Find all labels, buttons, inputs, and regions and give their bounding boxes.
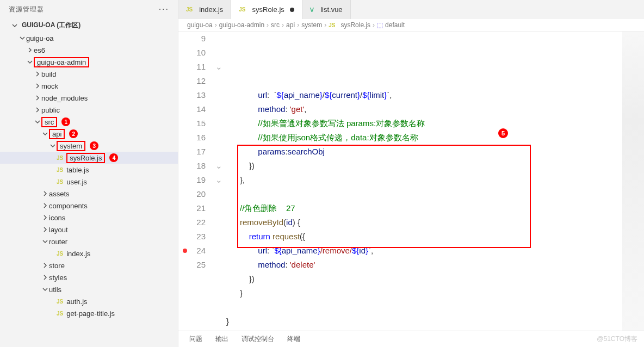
modified-icon: [290, 8, 294, 12]
breadcrumb-segment[interactable]: sysRole.js: [340, 21, 370, 29]
code-line[interactable]: }: [226, 286, 622, 300]
chevron-icon: [34, 107, 41, 113]
code-line[interactable]: [226, 300, 622, 314]
code-line[interactable]: //如果使用json格式传递，data:对象参数名称: [226, 131, 622, 145]
tree-item-guigu-oa-admin[interactable]: guigu-oa-admin: [0, 56, 178, 68]
tree-item-system[interactable]: system3: [0, 140, 178, 152]
chevron-icon: [41, 215, 49, 220]
minimap[interactable]: [622, 32, 644, 331]
bottom-panel: 问题输出调试控制台终端: [178, 331, 644, 347]
tree-item-auth-js[interactable]: JSauth.js: [0, 295, 178, 307]
code-line[interactable]: }): [226, 272, 622, 286]
tree-item-utils[interactable]: utils: [0, 283, 178, 295]
more-icon[interactable]: ···: [159, 4, 169, 14]
tree-item-store[interactable]: store: [0, 259, 178, 271]
chevron-icon: [41, 287, 49, 292]
panel-tab[interactable]: 调试控制台: [242, 334, 274, 344]
tree-item-mock[interactable]: mock: [0, 80, 178, 92]
main-area: JSindex.jsJSsysRole.jsVlist.vue guigu-oa…: [178, 0, 644, 347]
js-icon: JS: [57, 155, 63, 161]
panel-tab[interactable]: 输出: [215, 334, 228, 344]
chevron-icon: [41, 239, 49, 244]
tab-index-js[interactable]: JSindex.js: [178, 0, 231, 19]
code-line[interactable]: //如果普通对象参数写法 params:对象参数名称: [226, 116, 622, 131]
fold-icon[interactable]: ⌄: [215, 175, 222, 184]
tree-item-public[interactable]: public: [0, 104, 178, 116]
tree-item-sysRole-js[interactable]: JSsysRole.js4: [0, 152, 178, 164]
tab-list-vue[interactable]: Vlist.vue: [302, 0, 351, 19]
chevron-icon: [41, 191, 49, 196]
breadcrumb-segment[interactable]: src: [271, 21, 280, 29]
tree-item-src[interactable]: src1: [0, 116, 178, 128]
chevron-icon: [34, 119, 41, 125]
fold-icon[interactable]: ⌄: [215, 62, 222, 71]
chevron-icon: [41, 227, 49, 232]
chevron-icon: [34, 95, 41, 101]
annotation-badge: 3: [90, 141, 98, 150]
fold-column: ⌄⌄⌄: [215, 32, 226, 331]
symbol-icon: ⬚: [377, 21, 383, 29]
js-icon: JS: [186, 7, 193, 13]
tree-item-api[interactable]: api2: [0, 128, 178, 140]
annotation-badge: 4: [109, 153, 118, 162]
breadcrumb-segment[interactable]: guigu-oa: [187, 21, 213, 29]
line-gutter: 910111213141516171819202122232425: [178, 32, 215, 331]
vue-icon: V: [310, 7, 314, 13]
panel-tab[interactable]: 终端: [287, 334, 300, 344]
tree-item-styles[interactable]: styles: [0, 271, 178, 283]
chevron-icon: [41, 275, 49, 280]
breadcrumb-segment[interactable]: api: [286, 21, 295, 29]
chevron-icon: [26, 59, 34, 65]
breadcrumb-segment[interactable]: guigu-oa-admin: [219, 21, 264, 29]
annotation-badge-5: 5: [498, 128, 508, 138]
panel-tab[interactable]: 问题: [189, 334, 202, 344]
chevron-icon: [18, 35, 26, 41]
annotation-badge: 2: [69, 129, 78, 138]
js-icon: JS: [57, 167, 63, 173]
tree-item-build[interactable]: build: [0, 68, 178, 80]
breadcrumb-segment[interactable]: system: [301, 21, 322, 29]
sidebar: 资源管理器 ··· GUIGU-OA (工作区) guigu-oaes6guig…: [0, 0, 178, 347]
workspace-label[interactable]: GUIGU-OA (工作区): [0, 18, 178, 32]
tree-item-index-js[interactable]: JSindex.js: [0, 247, 178, 259]
tree-item-router[interactable]: router: [0, 236, 178, 247]
tree-item-assets[interactable]: assets: [0, 188, 178, 200]
code-content[interactable]: 5 url: `${api_name}/${current}/${limit}`…: [226, 32, 622, 331]
chevron-icon: [49, 143, 57, 148]
code-line[interactable]: url: `${api_name}/${current}/${limit}`,: [226, 88, 622, 102]
code-editor[interactable]: 910111213141516171819202122232425 ⌄⌄⌄ 5 …: [178, 32, 644, 331]
chevron-icon: [41, 131, 49, 137]
code-line[interactable]: method: 'delete': [226, 258, 622, 272]
tree-item-icons[interactable]: icons: [0, 212, 178, 224]
js-icon: JS: [57, 179, 63, 185]
tree-item-node_modules[interactable]: node_modules: [0, 92, 178, 104]
fold-icon[interactable]: ⌄: [215, 161, 222, 170]
js-icon: JS: [57, 311, 63, 317]
tree-item-components[interactable]: components: [0, 200, 178, 212]
chevron-down-icon: [11, 23, 18, 28]
chevron-icon: [26, 47, 34, 53]
chevron-icon: [41, 203, 49, 208]
chevron-icon: [41, 263, 49, 268]
tree-item-user-js[interactable]: JSuser.js: [0, 176, 178, 188]
file-tree: guigu-oaes6guigu-oa-adminbuildmocknode_m…: [0, 32, 178, 347]
tree-item-get-page-title-js[interactable]: JSget-page-title.js: [0, 307, 178, 319]
js-icon: JS: [239, 7, 245, 13]
tree-item-es6[interactable]: es6: [0, 44, 178, 56]
tree-item-guigu-oa[interactable]: guigu-oa: [0, 32, 178, 44]
sidebar-header: 资源管理器 ···: [0, 0, 178, 18]
tree-item-layout[interactable]: layout: [0, 224, 178, 236]
tab-sysRole-js[interactable]: JSsysRole.js: [231, 0, 302, 19]
code-line[interactable]: method: 'get',: [226, 102, 622, 116]
code-line[interactable]: }: [226, 314, 622, 329]
js-icon: JS: [329, 22, 335, 28]
breadcrumb[interactable]: guigu-oa›guigu-oa-admin›src›api›system›J…: [178, 19, 644, 32]
highlight-box: [237, 145, 531, 248]
breadcrumb-segment[interactable]: default: [385, 21, 405, 29]
js-icon: JS: [57, 299, 63, 305]
annotation-badge: 1: [61, 117, 70, 126]
editor-tabs: JSindex.jsJSsysRole.jsVlist.vue: [178, 0, 644, 19]
tree-item-table-js[interactable]: JStable.js: [0, 164, 178, 176]
explorer-title: 资源管理器: [9, 5, 44, 14]
chevron-icon: [34, 71, 41, 77]
